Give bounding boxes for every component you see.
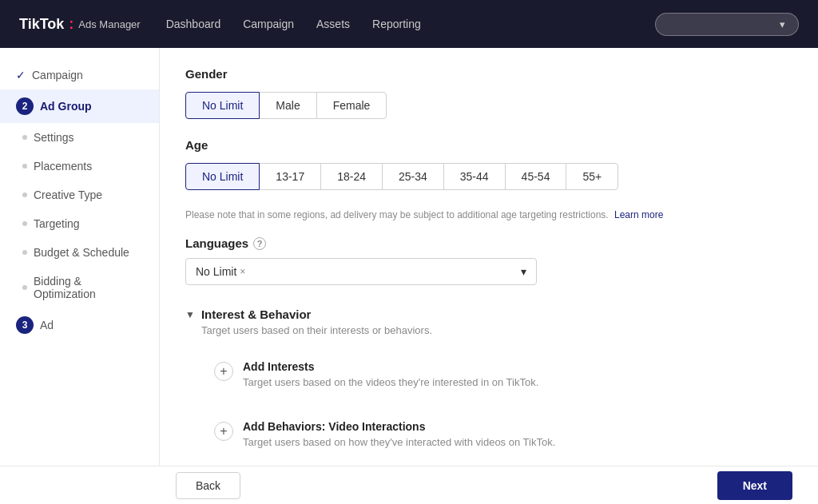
- dropdown-icon: ▾: [521, 265, 526, 278]
- age-btn-group: No Limit 13-17 18-24 25-34 35-44 45-54 5…: [185, 163, 792, 190]
- sidebar-item-bidding-optimization[interactable]: Bidding & Optimization: [0, 267, 159, 308]
- sidebar-item-campaign[interactable]: ✓ Campaign: [0, 61, 159, 89]
- gender-btn-group: No Limit Male Female: [185, 92, 792, 119]
- dot-icon: [22, 285, 27, 290]
- sidebar-item-settings[interactable]: Settings: [0, 123, 159, 152]
- check-icon: ✓: [16, 69, 26, 81]
- add-behaviors-title: Add Behaviors: Video Interactions: [243, 420, 555, 433]
- sidebar-ad-label: Ad: [40, 319, 54, 331]
- age-18-24-btn[interactable]: 18-24: [320, 163, 383, 190]
- gender-female-btn[interactable]: Female: [316, 92, 387, 119]
- add-behaviors-card: + Add Behaviors: Video Interactions Targ…: [201, 409, 792, 459]
- age-13-17-btn[interactable]: 13-17: [259, 163, 321, 190]
- logo-subtitle: Ads Manager: [78, 18, 140, 30]
- language-remove-btn[interactable]: ×: [240, 266, 245, 277]
- add-interests-content: Add Interests Target users based on the …: [243, 360, 538, 388]
- age-35-44-btn[interactable]: 35-44: [443, 163, 506, 190]
- sidebar-item-ad[interactable]: 3 Ad: [0, 308, 159, 342]
- sidebar-targeting-label: Targeting: [34, 217, 80, 230]
- back-button[interactable]: Back: [176, 472, 240, 499]
- sidebar-budget-label: Budget & Schedule: [34, 246, 129, 259]
- sidebar-item-ad-group[interactable]: 2 Ad Group: [0, 89, 159, 123]
- languages-tag: No Limit ×: [196, 265, 245, 278]
- nav-reporting[interactable]: Reporting: [372, 18, 421, 30]
- age-55-plus-btn[interactable]: 55+: [566, 163, 618, 190]
- footer: Back Next: [0, 466, 818, 504]
- sidebar: ✓ Campaign 2 Ad Group Settings Placement…: [0, 48, 160, 504]
- gender-section-label: Gender: [185, 67, 792, 81]
- nav-dashboard[interactable]: Dashboard: [166, 18, 221, 30]
- add-interests-desc: Target users based on the videos they're…: [243, 376, 538, 388]
- languages-label: Languages ?: [185, 236, 792, 250]
- logo: TikTok: Ads Manager: [19, 16, 141, 33]
- languages-dropdown[interactable]: No Limit × ▾: [185, 258, 537, 285]
- badge-2: 2: [16, 97, 34, 115]
- add-behaviors-desc: Target users based on how they've intera…: [243, 436, 555, 448]
- age-45-54-btn[interactable]: 45-54: [505, 163, 567, 190]
- dot-icon: [22, 164, 27, 169]
- sidebar-item-budget-schedule[interactable]: Budget & Schedule: [0, 238, 159, 267]
- add-behaviors-btn[interactable]: +: [214, 422, 233, 441]
- age-section-label: Age: [185, 138, 792, 152]
- add-interests-card: + Add Interests Target users based on th…: [201, 349, 792, 399]
- age-no-limit-btn[interactable]: No Limit: [185, 163, 260, 190]
- nav-campaign[interactable]: Campaign: [243, 18, 294, 30]
- top-nav: TikTok: Ads Manager Dashboard Campaign A…: [0, 0, 818, 48]
- dot-icon: [22, 250, 27, 255]
- dot-icon: [22, 192, 27, 197]
- interest-behavior-header[interactable]: ▼ Interest & Behavior: [185, 308, 792, 321]
- learn-more-link[interactable]: Learn more: [614, 209, 663, 220]
- add-interests-title: Add Interests: [243, 360, 538, 373]
- main-nav: Dashboard Campaign Assets Reporting: [166, 18, 629, 30]
- age-section: Age No Limit 13-17 18-24 25-34 35-44 45-…: [185, 138, 792, 220]
- sidebar-item-placements[interactable]: Placements: [0, 152, 159, 181]
- collapse-icon: ▼: [185, 309, 195, 320]
- interest-behavior-title: Interest & Behavior: [201, 308, 312, 321]
- interest-behavior-desc: Target users based on their interests or…: [201, 324, 792, 336]
- languages-help-icon[interactable]: ?: [253, 237, 266, 250]
- sidebar-bidding-label: Bidding & Optimization: [34, 275, 143, 300]
- sidebar-creative-type-label: Creative Type: [34, 189, 102, 201]
- sidebar-placements-label: Placements: [34, 160, 92, 173]
- sidebar-item-creative-type[interactable]: Creative Type: [0, 181, 159, 209]
- badge-3: 3: [16, 316, 34, 334]
- gender-male-btn[interactable]: Male: [259, 92, 316, 119]
- logo-colon: :: [69, 16, 73, 33]
- sidebar-settings-label: Settings: [34, 131, 74, 144]
- chevron-down-icon: ▾: [780, 18, 785, 30]
- age-note: Please note that in some regions, ad del…: [185, 209, 792, 220]
- sidebar-ad-group-label: Ad Group: [40, 100, 92, 113]
- logo-tiktok: TikTok: [19, 16, 64, 33]
- sidebar-campaign-label: Campaign: [32, 69, 83, 81]
- add-behaviors-content: Add Behaviors: Video Interactions Target…: [243, 420, 555, 448]
- nav-assets[interactable]: Assets: [316, 18, 350, 30]
- add-interests-btn[interactable]: +: [214, 362, 233, 381]
- search-bar[interactable]: ▾: [655, 13, 799, 36]
- sidebar-item-targeting[interactable]: Targeting: [0, 209, 159, 238]
- dot-icon: [22, 221, 27, 226]
- content-area: Gender No Limit Male Female Age No Limit…: [160, 48, 818, 504]
- next-button[interactable]: Next: [717, 471, 792, 500]
- languages-section: Languages ? No Limit × ▾: [185, 236, 792, 285]
- gender-no-limit-btn[interactable]: No Limit: [185, 92, 260, 119]
- interest-behavior-section: ▼ Interest & Behavior Target users based…: [185, 308, 792, 459]
- age-25-34-btn[interactable]: 25-34: [382, 163, 444, 190]
- main-layout: ✓ Campaign 2 Ad Group Settings Placement…: [0, 48, 818, 504]
- dot-icon: [22, 135, 27, 140]
